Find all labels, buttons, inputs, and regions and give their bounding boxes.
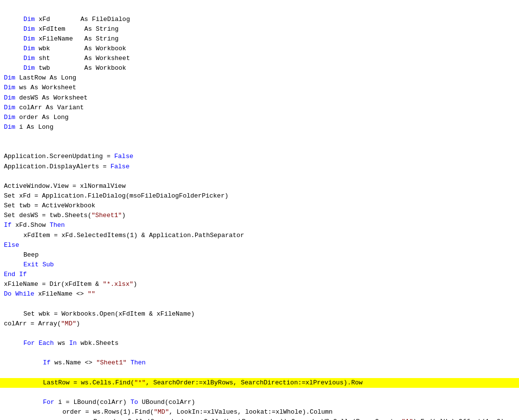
code-line: If xFd.Show Then <box>0 220 519 230</box>
code-line: Application.ScreenUpdating = False <box>0 152 519 161</box>
code-line: Dim xFileName As String <box>0 34 519 44</box>
code-line <box>0 348 519 358</box>
code-line: Dim sht As Worksheet <box>0 54 519 63</box>
code-line: Dim ws As Worksheet <box>0 83 519 93</box>
code-line: Dim twb As Workbook <box>0 63 519 73</box>
code-line: Dim desWS As Worksheet <box>0 93 519 103</box>
code-line: Beep <box>0 250 519 260</box>
code-line: LastRow = ws.Cells.Find("*", SearchOrder… <box>0 378 519 388</box>
code-line: Set twb = ActiveWorkbook <box>0 201 519 211</box>
code-line: Set xFd = Application.FileDialog(msoFile… <box>0 191 519 201</box>
code-line <box>0 329 519 339</box>
code-line: ws.Range(ws.Cells(2, order), ws.Cells(La… <box>0 417 519 420</box>
code-line: If ws.Name <> "Sheet1" Then <box>0 358 519 368</box>
code-line: Else <box>0 240 519 250</box>
code-line: Set desWS = twb.Sheets("Sheet1") <box>0 211 519 220</box>
code-line: Dim i As Long <box>0 122 519 132</box>
code-line: xFileName = Dir(xFdItem & "*.xlsx") <box>0 280 519 289</box>
code-line: Dim order As Long <box>0 113 519 122</box>
code-line: End If <box>0 270 519 280</box>
code-line: For Each ws In wbk.Sheets <box>0 339 519 348</box>
code-editor: Dim xFd As FileDialogDim xFdItem As Stri… <box>0 0 519 420</box>
code-line: Exit Sub <box>0 260 519 270</box>
code-line <box>0 300 519 309</box>
code-line: order = ws.Rows(1).Find("MD", LookIn:=xl… <box>0 407 519 417</box>
code-line: Dim colArr As Variant <box>0 103 519 113</box>
code-line: Set wbk = Workbooks.Open(xFdItem & xFile… <box>0 309 519 319</box>
code-line: Do While xFileName <> "" <box>0 289 519 299</box>
code-line: Application.DisplayAlerts = False <box>0 162 519 172</box>
code-line <box>0 142 519 152</box>
code-line: Dim wbk As Workbook <box>0 44 519 54</box>
code-line: For i = LBound(colArr) To UBound(colArr) <box>0 398 519 407</box>
code-line: colArr = Array("MD") <box>0 319 519 329</box>
code-line <box>0 132 519 142</box>
code-line: ActiveWindow.View = xlNormalView <box>0 181 519 191</box>
code-line <box>0 388 519 398</box>
code-line <box>0 368 519 378</box>
code-line <box>0 172 519 181</box>
code-line: Dim xFd As FileDialog <box>0 15 519 24</box>
code-line: Dim xFdItem As String <box>0 24 519 34</box>
code-line: Dim LastRow As Long <box>0 73 519 83</box>
code-line: xFdItem = xFd.SelectedItems(1) & Applica… <box>0 231 519 240</box>
